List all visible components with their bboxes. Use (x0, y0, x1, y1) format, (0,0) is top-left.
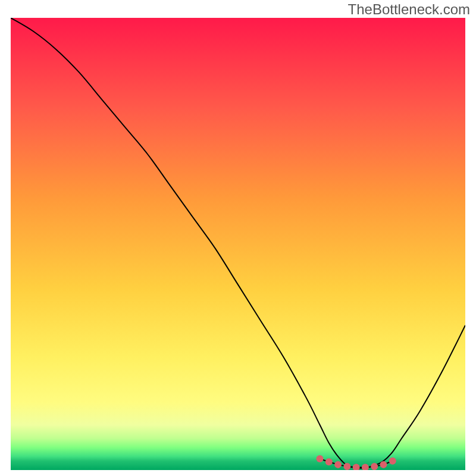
optimal-zone-marker (325, 458, 333, 465)
curve-path (11, 18, 465, 468)
optimal-zone-marker (389, 458, 396, 465)
optimal-zone-marker (317, 455, 324, 462)
chart-gradient-background (11, 18, 465, 470)
optimal-zone-marker (380, 461, 387, 468)
optimal-zone-marker (343, 463, 350, 470)
optimal-zone-markers (317, 455, 396, 470)
optimal-zone-marker (362, 464, 369, 470)
optimal-zone-marker (371, 463, 378, 470)
optimal-zone-marker (353, 464, 360, 470)
watermark: TheBottleneck.com (348, 1, 470, 18)
bottleneck-curve (11, 18, 465, 470)
optimal-zone-marker (334, 461, 342, 468)
